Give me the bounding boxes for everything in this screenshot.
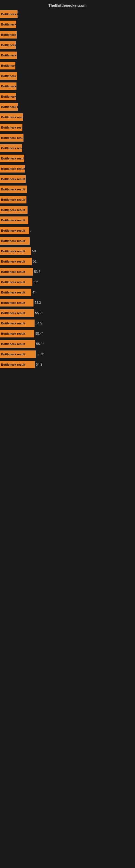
- bar-row: Bottleneck res: [0, 20, 135, 29]
- bar-row: Bottleneck res: [0, 51, 135, 60]
- bar: Bottleneck result: [0, 350, 36, 358]
- bar-label: Bottleneck res: [0, 41, 16, 49]
- bar-row: Bottleneck result: [0, 123, 135, 132]
- bar-label: Bottleneck result: [0, 186, 26, 193]
- bar: Bottleneck result: [0, 299, 34, 307]
- bar-label: Bottleneck result: [0, 196, 26, 204]
- bar-label: Bottleneck result: [0, 113, 23, 121]
- bar-label: Bottleneck result: [0, 319, 26, 327]
- bar-label: Bottleneck res: [0, 83, 16, 90]
- bar-label: Bottleneck result: [0, 165, 25, 173]
- bar-value: 53.3: [35, 301, 41, 305]
- site-header: TheBottlenecker.com: [0, 1, 135, 9]
- bar-row: Bottleneck result52°: [0, 277, 135, 287]
- bar-label: Bottleneck result: [0, 299, 26, 307]
- bar-label: Bottleneck result: [0, 258, 26, 265]
- bar: Bottleneck result: [0, 144, 22, 152]
- bar: Bottleneck res: [0, 52, 17, 59]
- bar-row: Bottleneck result: [0, 164, 135, 174]
- bar: Bottleneck result: [0, 268, 33, 276]
- bar: Bottleneck result: [0, 278, 32, 286]
- bar-row: Bottleneck result.: [0, 226, 135, 236]
- bar-row: Bottleneck result54.3: [0, 360, 135, 369]
- bar-row: Bottleneck result: [0, 184, 135, 194]
- bar-value: 52°: [34, 280, 38, 284]
- bar-row: Bottleneck res: [0, 102, 135, 112]
- bar: Bottleneck result: [0, 330, 34, 337]
- bar-value: .: [30, 229, 31, 232]
- bar-row: Bottleneck result: [0, 174, 135, 184]
- bar-label: Bottleneck result: [0, 268, 26, 276]
- bar: Bottleneck result: [0, 216, 28, 224]
- bar-row: Bottleneck result53.3: [0, 298, 135, 308]
- bar-label: Bottleneck result: [0, 361, 26, 368]
- bar-label: Bottleneck result: [0, 278, 26, 286]
- bar-row: Bottleneck result: [0, 143, 135, 153]
- bar-value: 56.3°: [37, 352, 44, 356]
- bar: Bottleneck result: [0, 258, 32, 265]
- bar-label: Bottleneck res: [0, 10, 17, 18]
- bar-label: Bottleneck res: [0, 21, 16, 28]
- bar: Bottleneck res: [0, 62, 15, 69]
- bar-label: Bottleneck result: [0, 155, 24, 162]
- bar-label: Bottleneck result: [0, 216, 26, 224]
- bar: Bottleneck result: [0, 175, 26, 183]
- bar-label: Bottleneck res: [0, 62, 15, 69]
- bar: Bottleneck res: [0, 31, 17, 38]
- bar: Bottleneck result: [0, 227, 29, 235]
- bar: Bottleneck res: [0, 41, 16, 49]
- bar: Bottleneck res: [0, 21, 16, 28]
- bar: Bottleneck result: [0, 113, 23, 121]
- bar-row: Bottleneck res: [0, 61, 135, 70]
- bar-label: Bottleneck result: [0, 124, 22, 131]
- bar-row: Bottleneck result54.5: [0, 318, 135, 328]
- bar: Bottleneck result: [0, 340, 35, 348]
- bar: Bottleneck result: [0, 165, 25, 173]
- bar: Bottleneck result: [0, 247, 31, 255]
- bar-label: Bottleneck result: [0, 227, 26, 235]
- bar: Bottleneck res: [0, 72, 17, 80]
- bar: Bottleneck res: [0, 93, 16, 100]
- bar-value: 54.3: [36, 363, 42, 367]
- bar-row: Bottleneck result55.4°: [0, 329, 135, 339]
- bar-label: Bottleneck res: [0, 103, 18, 111]
- bar: Bottleneck result: [0, 289, 31, 296]
- bar-row: Bottleneck res: [0, 9, 135, 19]
- bar-value: 53.5: [34, 270, 40, 274]
- bar-label: Bottleneck result: [0, 350, 26, 358]
- bar: Bottleneck res: [0, 10, 17, 18]
- bar-row: Bottleneck res: [0, 30, 135, 40]
- bar-label: Bottleneck res: [0, 93, 16, 100]
- bar-value: 4°: [32, 290, 35, 294]
- bar-row: Bottleneck result55.8°: [0, 339, 135, 349]
- bar-row: Bottleneck res: [0, 40, 135, 50]
- bar: Bottleneck result: [0, 155, 24, 162]
- bar-label: Bottleneck res: [0, 72, 17, 80]
- bar-row: Bottleneck res: [0, 82, 135, 91]
- bar-row: Bottleneck result: [0, 154, 135, 163]
- bar-label: Bottleneck result: [0, 289, 26, 296]
- bar-label: Bottleneck result: [0, 206, 26, 214]
- bar: Bottleneck result: [0, 124, 22, 131]
- bar-label: Bottleneck result: [0, 330, 26, 337]
- bar: Bottleneck res: [0, 103, 18, 111]
- bar-label: Bottleneck res: [0, 52, 17, 59]
- bar-row: Bottleneck result56.3°: [0, 349, 135, 359]
- bar: Bottleneck result: [0, 134, 24, 142]
- bar-label: Bottleneck result: [0, 237, 26, 245]
- bar-label: Bottleneck result: [0, 144, 22, 152]
- bars-container: Bottleneck resBottleneck resBottleneck r…: [0, 9, 135, 369]
- bar-label: Bottleneck result: [0, 134, 24, 142]
- bar-row: Bottleneck res: [0, 71, 135, 81]
- bar: Bottleneck res: [0, 83, 16, 90]
- bar: Bottleneck result: [0, 361, 35, 368]
- bar-value: 55.4°: [35, 332, 43, 336]
- bar-value: 51.: [33, 259, 38, 264]
- bar-value: 54.5: [36, 321, 42, 325]
- bar-row: Bottleneck result51.: [0, 257, 135, 267]
- bar-value: 55.2°: [35, 311, 43, 315]
- bar-row: Bottleneck res: [0, 92, 135, 101]
- bar-row: Bottleneck result: [0, 195, 135, 205]
- bar-row: Bottleneck result53.5: [0, 267, 135, 277]
- bar-label: Bottleneck result: [0, 309, 26, 317]
